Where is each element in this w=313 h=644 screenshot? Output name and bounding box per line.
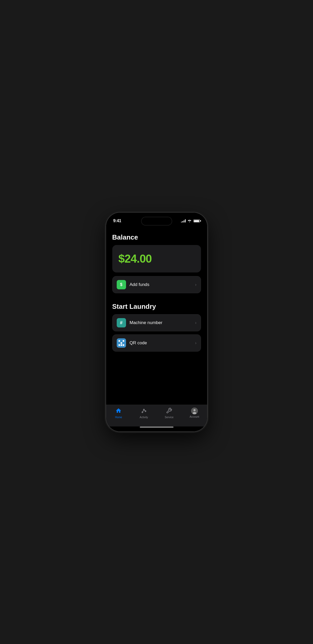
tab-activity-label: Activity [140,416,148,419]
tab-service-label: Service [165,416,173,419]
tab-home-label: Home [115,416,122,419]
qr-chevron-icon: › [195,341,196,345]
machine-number-icon: # [117,318,126,327]
home-icon [115,408,122,415]
add-funds-label: Add funds [130,282,192,287]
tab-bar: Home Activity [106,405,207,426]
activity-icon [141,408,147,415]
service-icon [166,408,172,415]
qr-code-label: QR code [130,340,192,346]
screen: 9:41 [106,213,207,431]
dynamic-island [141,217,172,226]
add-funds-chevron-icon: › [195,282,196,287]
machine-number-label: Machine number [130,320,192,325]
balance-title: Balance [112,233,201,241]
qr-code-icon [117,338,126,348]
dollar-icon: $ [117,280,126,289]
wifi-icon [187,219,192,223]
svg-line-3 [143,410,143,412]
tab-home[interactable]: Home [109,408,128,419]
signal-bars-icon [181,219,186,222]
home-indicator [140,426,173,428]
tab-account[interactable]: Account [185,408,204,418]
phone-frame: 9:41 [106,213,207,431]
machine-chevron-icon: › [195,320,196,325]
svg-point-6 [193,409,196,411]
main-content: Balance $24.00 $ Add funds › Start Laund… [106,228,207,405]
balance-card: $24.00 [112,245,201,272]
battery-icon [193,219,200,222]
tab-activity[interactable]: Activity [135,408,153,419]
start-laundry-title: Start Laundry [112,303,201,311]
svg-line-4 [144,410,145,411]
add-funds-button[interactable]: $ Add funds › [112,276,201,293]
machine-number-button[interactable]: # Machine number › [112,314,201,331]
status-icons [181,219,200,223]
status-time: 9:41 [113,219,121,223]
balance-amount: $24.00 [119,252,195,265]
account-avatar-icon [191,408,198,414]
start-laundry-section: Start Laundry # Machine number › [112,303,201,352]
tab-account-label: Account [190,415,199,418]
qr-code-button[interactable]: QR code › [112,334,201,352]
tab-service[interactable]: Service [160,408,178,419]
